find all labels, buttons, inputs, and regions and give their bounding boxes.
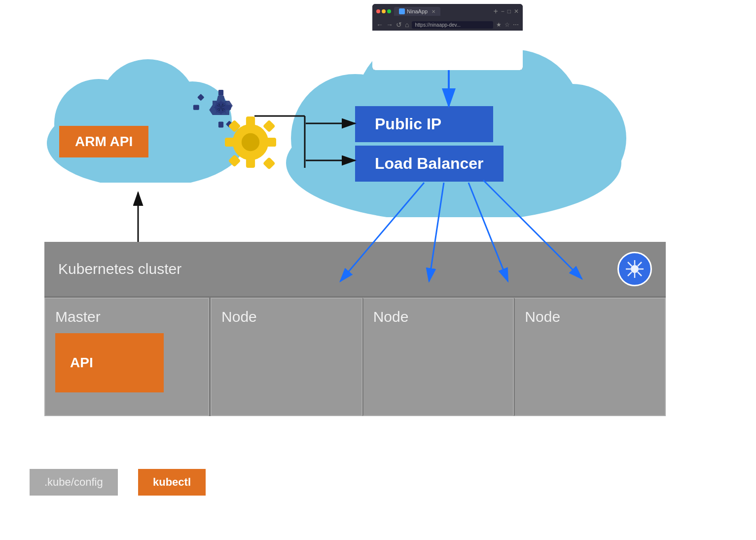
api-label: API — [70, 355, 93, 371]
kubernetes-logo — [617, 252, 652, 286]
kube-config-label: .kube/config — [44, 476, 103, 488]
home-button[interactable]: ⌂ — [405, 21, 409, 29]
svg-point-36 — [631, 265, 639, 273]
load-balancer-label: Load Balancer — [375, 154, 484, 172]
k8s-cluster: Kubernetes cluster — [44, 242, 666, 416]
svg-rect-32 — [263, 157, 276, 170]
gear-icons — [173, 74, 281, 183]
node-1-label: Node — [221, 309, 352, 325]
browser-window: NinaApp ✕ + − □ ✕ ← → ↺ ⌂ https://ninaap… — [372, 4, 523, 70]
address-bar[interactable]: https://ninaapp-dev... — [412, 21, 493, 29]
refresh-button[interactable]: ↺ — [396, 21, 402, 29]
load-balancer-box: Load Balancer — [355, 146, 504, 182]
master-api-box: API — [55, 333, 164, 392]
kubectl-box: kubectl — [138, 469, 206, 496]
svg-rect-28 — [246, 156, 255, 168]
browser-content — [372, 31, 523, 70]
master-label: Master — [55, 309, 198, 325]
browser-tab-title: NinaApp — [407, 8, 428, 14]
public-ip-box: Public IP — [355, 106, 493, 142]
svg-rect-30 — [265, 138, 276, 147]
svg-point-8 — [518, 84, 626, 193]
k8s-cluster-label: Kubernetes cluster — [58, 261, 181, 277]
svg-rect-10 — [218, 90, 223, 96]
svg-rect-14 — [197, 94, 204, 101]
svg-rect-11 — [218, 122, 223, 128]
arm-api-label: ARM API — [75, 134, 133, 149]
arm-api-box: ARM API — [59, 126, 148, 157]
node-3: Node — [514, 298, 666, 416]
svg-rect-33 — [228, 154, 241, 167]
browser-nav-bar: ← → ↺ ⌂ https://ninaapp-dev... ★ ☆ ⋯ — [372, 19, 523, 31]
k8s-cluster-header: Kubernetes cluster — [44, 242, 666, 296]
node-1: Node — [211, 298, 362, 416]
svg-rect-27 — [246, 116, 255, 128]
browser-favicon — [399, 8, 405, 14]
node-3-label: Node — [525, 309, 655, 325]
back-button[interactable]: ← — [376, 21, 383, 29]
svg-point-26 — [242, 133, 259, 151]
svg-rect-34 — [263, 120, 276, 133]
kube-config-box: .kube/config — [30, 469, 118, 496]
forward-button[interactable]: → — [386, 21, 393, 29]
node-2-label: Node — [373, 309, 504, 325]
public-ip-label: Public IP — [375, 115, 441, 133]
master-node: Master API — [44, 298, 209, 416]
node-2: Node — [362, 298, 514, 416]
kubectl-label: kubectl — [153, 476, 191, 488]
svg-rect-12 — [193, 105, 199, 110]
browser-tab[interactable]: NinaApp ✕ — [394, 7, 440, 16]
svg-rect-29 — [225, 138, 236, 147]
cluster-nodes-row: Master API Node Node Node — [44, 296, 666, 416]
